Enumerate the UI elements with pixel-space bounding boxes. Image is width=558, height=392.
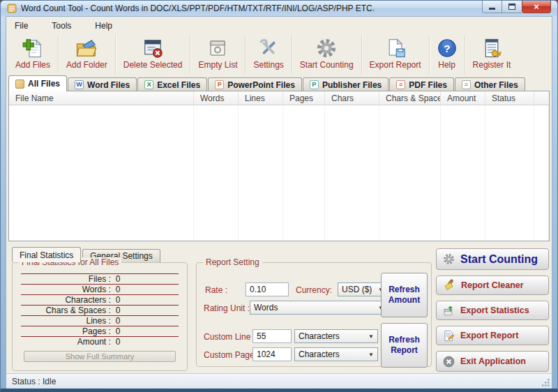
empty-list-button[interactable]: Empty List bbox=[190, 35, 246, 74]
column-filler bbox=[534, 91, 549, 241]
column-header-lines[interactable]: Lines bbox=[239, 91, 283, 105]
export-report-toolbar-label: Export Report bbox=[370, 60, 421, 70]
report-cleaner-button[interactable]: Report Cleaner bbox=[436, 276, 549, 295]
stat-row-words: Words : 0 bbox=[21, 285, 179, 295]
empty-list-label: Empty List bbox=[198, 60, 237, 70]
maximize-button[interactable] bbox=[502, 1, 522, 13]
export-statistics-button[interactable]: Export Statistics bbox=[436, 301, 549, 320]
show-full-summary-button[interactable]: Show Full Summary bbox=[24, 351, 176, 362]
column-header-pages[interactable]: Pages bbox=[283, 91, 325, 105]
tab-excel-files-label: Excel Files bbox=[157, 80, 200, 90]
column-header-amount[interactable]: Amount bbox=[441, 91, 485, 105]
stat-label-words: Words : bbox=[21, 285, 111, 294]
column-header-status[interactable]: Status bbox=[485, 91, 534, 105]
table-body-cell bbox=[485, 105, 534, 241]
column-status: Status bbox=[485, 91, 534, 241]
tab-publisher-files[interactable]: P Publisher Files bbox=[303, 77, 389, 91]
minimize-icon bbox=[489, 8, 495, 10]
column-words: Words bbox=[194, 91, 239, 241]
export-report-toolbar-button[interactable]: Export Report bbox=[362, 35, 430, 74]
custom-line-input[interactable] bbox=[252, 329, 292, 343]
rating-unit-select[interactable]: Words ▼ bbox=[250, 301, 388, 315]
custom-page-unit-select[interactable]: Characters ▼ bbox=[294, 347, 378, 361]
stat-row-lines: Lines : 0 bbox=[21, 316, 179, 326]
tab-other-files[interactable]: ≡ Other Files bbox=[455, 77, 525, 91]
tab-other-files-label: Other Files bbox=[474, 80, 518, 90]
toolbar: Add Files Add Folder bbox=[8, 35, 550, 74]
refresh-report-button[interactable]: Refresh Report bbox=[381, 323, 428, 368]
stat-value-pages: 0 bbox=[116, 326, 121, 336]
menu-tools[interactable]: Tools bbox=[49, 20, 74, 32]
gear-icon bbox=[443, 253, 455, 265]
column-header-words[interactable]: Words bbox=[194, 91, 239, 105]
custom-line-unit-select[interactable]: Characters ▼ bbox=[294, 329, 378, 343]
resize-grip[interactable] bbox=[541, 378, 550, 387]
custom-page-input[interactable] bbox=[252, 347, 292, 361]
column-file-name: File Name bbox=[9, 91, 194, 241]
stat-value-chars-spaces: 0 bbox=[116, 306, 121, 315]
file-list-table[interactable]: File Name Words Lines Pages Chars Chars … bbox=[8, 91, 550, 241]
refresh-amount-button[interactable]: Refresh Amount bbox=[381, 273, 428, 317]
stat-label-pages: Pages : bbox=[21, 326, 111, 336]
tab-powerpoint-files[interactable]: P PowerPoint Files bbox=[208, 77, 302, 91]
export-report-label: Export Report bbox=[460, 331, 518, 340]
title-bar[interactable]: Word Count Tool - Count Words in DOC/XLS… bbox=[1, 1, 557, 16]
app-icon bbox=[7, 3, 17, 13]
help-button[interactable]: ? Help bbox=[430, 35, 465, 74]
table-body-cell bbox=[283, 105, 325, 241]
all-files-icon bbox=[15, 80, 24, 89]
export-report-button[interactable]: Export Report bbox=[436, 326, 549, 345]
settings-button[interactable]: Settings bbox=[246, 35, 292, 74]
stat-value-lines: 0 bbox=[116, 316, 121, 326]
rate-input[interactable] bbox=[246, 282, 289, 296]
register-it-button[interactable]: Register It bbox=[465, 35, 519, 74]
menu-file[interactable]: File bbox=[12, 20, 31, 32]
menu-bar: File Tools Help bbox=[12, 18, 115, 33]
stat-value-words: 0 bbox=[116, 285, 121, 294]
exit-application-button[interactable]: Exit Application bbox=[436, 351, 549, 372]
column-pages: Pages bbox=[283, 91, 325, 241]
window-controls: × bbox=[482, 1, 551, 13]
add-files-button[interactable]: Add Files bbox=[8, 35, 59, 74]
column-header-chars[interactable]: Chars bbox=[325, 91, 379, 105]
menu-help[interactable]: Help bbox=[92, 20, 115, 32]
help-label: Help bbox=[438, 60, 455, 70]
tab-word-files-label: Word Files bbox=[87, 80, 130, 90]
table-body-cell bbox=[379, 105, 441, 241]
exit-application-label: Exit Application bbox=[460, 356, 526, 366]
minimize-button[interactable] bbox=[482, 1, 502, 13]
window-title: Word Count Tool - Count Words in DOC/XLS… bbox=[21, 3, 375, 13]
stat-row-characters: Characters : 0 bbox=[21, 295, 179, 306]
export-statistics-icon bbox=[443, 305, 455, 317]
export-report-icon bbox=[443, 330, 455, 342]
empty-list-icon bbox=[207, 37, 228, 59]
register-icon bbox=[481, 37, 502, 59]
tab-excel-files[interactable]: X Excel Files bbox=[137, 77, 207, 91]
help-icon: ? bbox=[437, 37, 457, 59]
stat-row-chars-spaces: Chars & Spaces : 0 bbox=[21, 306, 179, 316]
column-header-file-name[interactable]: File Name bbox=[9, 91, 194, 105]
start-counting-toolbar-button[interactable]: Start Counting bbox=[292, 35, 362, 74]
table-body-cell bbox=[9, 105, 194, 241]
tab-word-files[interactable]: W Word Files bbox=[68, 77, 137, 91]
brush-icon bbox=[443, 279, 455, 292]
close-button[interactable]: × bbox=[522, 1, 551, 13]
stat-label-amount: Amount : bbox=[21, 337, 111, 347]
powerpoint-files-icon: P bbox=[215, 80, 224, 89]
tab-pdf-files[interactable]: ≡ PDF Files bbox=[389, 77, 454, 91]
add-folder-button[interactable]: Add Folder bbox=[59, 35, 116, 74]
tab-powerpoint-files-label: PowerPoint Files bbox=[227, 80, 295, 90]
word-files-icon: W bbox=[75, 80, 84, 89]
stat-value-files: 0 bbox=[116, 274, 121, 284]
tab-final-statistics[interactable]: Final Statistics bbox=[12, 247, 81, 262]
chevron-down-icon: ▼ bbox=[364, 352, 374, 358]
status-bar: Status : Idle bbox=[6, 373, 552, 389]
column-header-chars-spaces[interactable]: Chars & Spaces bbox=[379, 91, 441, 105]
svg-text:?: ? bbox=[444, 43, 450, 54]
delete-selected-button[interactable]: Delete Selected bbox=[116, 35, 191, 74]
start-counting-button[interactable]: Start Counting bbox=[436, 248, 549, 270]
currency-value: USD ($) bbox=[342, 285, 372, 294]
stat-value-amount: 0 bbox=[116, 337, 121, 347]
tab-all-files[interactable]: All Files bbox=[8, 75, 67, 91]
delete-selected-icon bbox=[142, 37, 163, 59]
